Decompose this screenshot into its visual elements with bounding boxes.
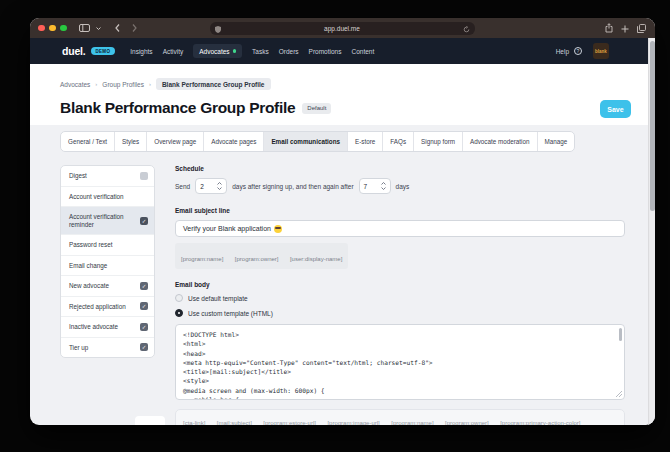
tab-advocate-pages[interactable]: Advocate pages xyxy=(203,132,263,151)
list-item-inactive-advocate[interactable]: Inactive advocate ✓ xyxy=(61,317,154,338)
nav-item-activity[interactable]: Activity xyxy=(163,48,184,55)
tab-email-communications[interactable]: Email communications xyxy=(263,132,347,151)
address-bar[interactable]: app.duel.me xyxy=(210,22,475,35)
breadcrumb-separator-icon: › xyxy=(95,81,97,87)
url-text[interactable]: app.duel.me xyxy=(221,25,463,32)
help-link[interactable]: Help xyxy=(556,48,569,55)
email-body-label: Email body xyxy=(175,281,625,288)
list-item-label: Digest xyxy=(69,172,87,179)
checkbox-checked[interactable]: ✓ xyxy=(140,302,148,310)
breadcrumb: Advocates › Group Profiles › Blank Perfo… xyxy=(60,78,655,90)
stepper-icon[interactable] xyxy=(217,182,222,190)
duel-logo[interactable]: duel. xyxy=(62,45,86,57)
nav-item-tasks[interactable]: Tasks xyxy=(252,48,269,55)
token[interactable]: [program:image-url] xyxy=(327,420,379,425)
nav-item-advocates-label: Advocates xyxy=(199,48,229,55)
list-item-password-reset[interactable]: Password reset xyxy=(61,235,154,256)
list-item-rejected-application[interactable]: Rejected application ✓ xyxy=(61,297,154,318)
checkbox-checked[interactable]: ✓ xyxy=(140,343,148,351)
subject-input[interactable]: Verify your Blank application xyxy=(175,220,625,237)
nav-item-orders[interactable]: Orders xyxy=(279,48,299,55)
green-status-dot xyxy=(233,49,237,53)
subject-value: Verify your Blank application xyxy=(183,225,271,232)
radio-off-icon[interactable] xyxy=(175,294,183,302)
tab-e-store[interactable]: E-store xyxy=(347,132,382,151)
app-navbar: duel. DEMO Insights Activity Advocates T… xyxy=(30,38,655,64)
list-item-digest[interactable]: Digest xyxy=(61,166,154,187)
email-settings-form: Schedule Send 2 days after signing up, a… xyxy=(175,165,625,425)
tab-overview-page[interactable]: Overview page xyxy=(146,132,203,151)
back-button[interactable] xyxy=(115,24,120,32)
radio-custom-label: Use custom template (HTML) xyxy=(188,310,273,317)
tab-overview-icon[interactable] xyxy=(637,19,646,37)
breadcrumb-group-profiles[interactable]: Group Profiles xyxy=(102,81,144,88)
list-item-account-verification-reminder[interactable]: Account verification reminder ✓ xyxy=(61,207,154,235)
list-item-new-advocate[interactable]: New advocate ✓ xyxy=(61,276,154,297)
page-scrollbar[interactable] xyxy=(648,38,655,425)
close-window-button[interactable] xyxy=(38,25,45,32)
breadcrumb-advocates[interactable]: Advocates xyxy=(60,81,90,88)
nav-item-insights[interactable]: Insights xyxy=(130,48,152,55)
token[interactable]: [program:owner] xyxy=(445,420,489,425)
email-type-list: Digest Account verification Account veri… xyxy=(60,165,155,358)
token-user-display-name[interactable]: [user:display-name] xyxy=(290,256,342,262)
token-program-name[interactable]: [program:name] xyxy=(181,256,223,262)
tab-faqs[interactable]: FAQs xyxy=(382,132,413,151)
token[interactable]: [program:name] xyxy=(391,420,433,425)
days-first-input[interactable]: 2 xyxy=(195,178,227,194)
token[interactable]: [program:primary-action-color] xyxy=(500,420,580,425)
html-template-textarea[interactable]: <!DOCTYPE html> <html> <head> <meta http… xyxy=(175,324,625,400)
radio-default-template[interactable]: Use default template xyxy=(175,294,625,302)
reload-icon[interactable] xyxy=(463,19,470,37)
resize-grip-icon[interactable] xyxy=(616,391,622,397)
tab-advocate-moderation[interactable]: Advocate moderation xyxy=(462,132,537,151)
days-second-input[interactable]: 7 xyxy=(359,178,391,194)
checkbox-checked[interactable]: ✓ xyxy=(140,323,148,331)
days-first-value: 2 xyxy=(200,183,217,190)
window-controls xyxy=(38,25,67,32)
tab-signup-form[interactable]: Signup form xyxy=(413,132,462,151)
info-icon[interactable]: ? xyxy=(574,47,582,55)
checkbox-checked[interactable]: ✓ xyxy=(140,217,148,225)
browser-window: app.duel.me duel. DEMO Insights Activity… xyxy=(30,18,655,425)
list-item-tier-up[interactable]: Tier up ✓ xyxy=(61,338,154,358)
body-token-box: [cta-link] [mail:subject] [program:estor… xyxy=(175,409,625,425)
checkbox-checked[interactable]: ✓ xyxy=(140,282,148,290)
textarea-scrollbar-thumb[interactable] xyxy=(619,328,622,341)
browser-titlebar: app.duel.me xyxy=(30,18,655,38)
chevron-down-icon[interactable] xyxy=(96,27,101,30)
forward-button[interactable] xyxy=(132,24,137,32)
list-item-label: Account verification xyxy=(69,193,124,200)
schedule-days-text: days xyxy=(396,183,410,190)
tab-manage[interactable]: Manage xyxy=(537,132,575,151)
list-item-email-change[interactable]: Email change xyxy=(61,256,154,277)
list-item-label: Account verification reminder xyxy=(69,213,127,228)
sidebar-toggle-icon[interactable] xyxy=(79,24,90,32)
maximize-window-button[interactable] xyxy=(60,25,67,32)
token[interactable]: [mail:subject] xyxy=(217,420,252,425)
radio-on-icon[interactable] xyxy=(175,309,183,317)
radio-custom-template[interactable]: Use custom template (HTML) xyxy=(175,309,625,317)
stepper-icon[interactable] xyxy=(381,182,386,190)
page-scrollbar-thumb[interactable] xyxy=(650,41,655,211)
save-button[interactable]: Save xyxy=(600,100,631,118)
checkbox-unchecked[interactable] xyxy=(140,172,148,180)
tab-general-text[interactable]: General / Text xyxy=(61,132,114,151)
new-tab-icon[interactable] xyxy=(621,19,629,37)
minimize-window-button[interactable] xyxy=(49,25,56,32)
breadcrumb-current[interactable]: Blank Performance Group Profile xyxy=(156,78,271,90)
nav-item-content[interactable]: Content xyxy=(351,48,374,55)
subject-label: Email subject line xyxy=(175,207,625,214)
share-icon[interactable] xyxy=(605,19,613,37)
token[interactable]: [program:estore-url] xyxy=(263,420,316,425)
tab-styles[interactable]: Styles xyxy=(114,132,146,151)
token-program-owner[interactable]: [program:owner] xyxy=(235,256,279,262)
nav-item-advocates[interactable]: Advocates xyxy=(193,44,242,58)
list-item-account-verification[interactable]: Account verification xyxy=(61,187,154,208)
schedule-send-text: Send xyxy=(175,183,190,190)
list-item-label: Rejected application xyxy=(69,303,126,310)
nav-item-promotions[interactable]: Promotions xyxy=(309,48,342,55)
token[interactable]: [cta-link] xyxy=(183,420,205,425)
demo-badge: DEMO xyxy=(91,47,116,55)
account-avatar[interactable]: blank xyxy=(593,43,609,59)
